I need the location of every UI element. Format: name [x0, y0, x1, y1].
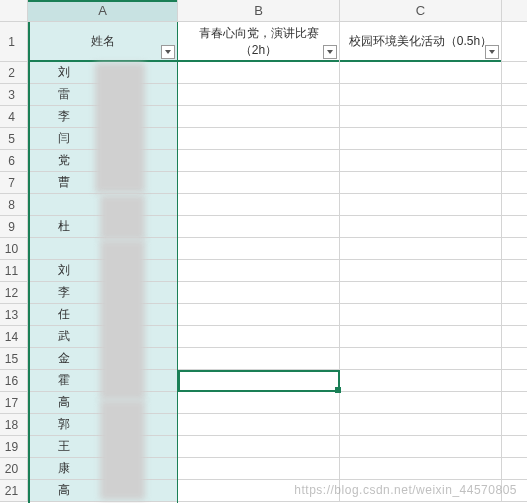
filter-dropdown-icon[interactable] — [161, 45, 175, 59]
row-header-9[interactable]: 9 — [0, 216, 28, 238]
filter-dropdown-icon[interactable] — [485, 45, 499, 59]
row-header-8[interactable]: 8 — [0, 194, 28, 216]
cell-b1[interactable]: 青春心向党，演讲比赛（2h） — [178, 22, 340, 62]
cell-c13[interactable] — [340, 304, 502, 326]
cell-d13[interactable] — [502, 304, 527, 326]
cell-c20[interactable] — [340, 458, 502, 480]
cell-b10[interactable] — [178, 238, 340, 260]
col-header-a[interactable]: A — [28, 0, 178, 22]
cell-b8[interactable] — [178, 194, 340, 216]
cell-d11[interactable] — [502, 260, 527, 282]
cell-d16[interactable] — [502, 370, 527, 392]
cell-b6[interactable] — [178, 150, 340, 172]
cell-c16[interactable] — [340, 370, 502, 392]
cell-b7[interactable] — [178, 172, 340, 194]
cell-b9[interactable] — [178, 216, 340, 238]
cell-c8[interactable] — [340, 194, 502, 216]
row-header-18[interactable]: 18 — [0, 414, 28, 436]
row-number: 1 — [8, 35, 15, 49]
cell-c19[interactable] — [340, 436, 502, 458]
cell-b3[interactable] — [178, 84, 340, 106]
row-header-17[interactable]: 17 — [0, 392, 28, 414]
cell-a1[interactable]: 姓名 — [28, 22, 178, 62]
cell-b13[interactable] — [178, 304, 340, 326]
cell-b4[interactable] — [178, 106, 340, 128]
row-header-15[interactable]: 15 — [0, 348, 28, 370]
cell-d19[interactable] — [502, 436, 527, 458]
cell-c7[interactable] — [340, 172, 502, 194]
cell-d9[interactable] — [502, 216, 527, 238]
row-header-6[interactable]: 6 — [0, 150, 28, 172]
row-header-10[interactable]: 10 — [0, 238, 28, 260]
cell-b21[interactable] — [178, 480, 340, 502]
select-all-corner[interactable] — [0, 0, 28, 22]
row-header-20[interactable]: 20 — [0, 458, 28, 480]
row-header-11[interactable]: 11 — [0, 260, 28, 282]
filter-dropdown-icon[interactable] — [323, 45, 337, 59]
cell-b15[interactable] — [178, 348, 340, 370]
row-header-4[interactable]: 4 — [0, 106, 28, 128]
cell-c11[interactable] — [340, 260, 502, 282]
cell-d7[interactable] — [502, 172, 527, 194]
cell-b16[interactable] — [178, 370, 340, 392]
cell-c9[interactable] — [340, 216, 502, 238]
cell-d3[interactable] — [502, 84, 527, 106]
spreadsheet-grid: A B C 1 姓名 青春心向党，演讲比赛（2h） 校园环境美化活动（0.5h）… — [0, 0, 527, 502]
cell-d8[interactable] — [502, 194, 527, 216]
cell-c18[interactable] — [340, 414, 502, 436]
redaction-blur — [95, 63, 145, 193]
row-header-7[interactable]: 7 — [0, 172, 28, 194]
cell-d10[interactable] — [502, 238, 527, 260]
cell-b14[interactable] — [178, 326, 340, 348]
redaction-blur — [100, 195, 145, 240]
row-header-3[interactable]: 3 — [0, 84, 28, 106]
row-header-21[interactable]: 21 — [0, 480, 28, 502]
column-selection-border — [177, 22, 178, 503]
row-header-13[interactable]: 13 — [0, 304, 28, 326]
cell-c10[interactable] — [340, 238, 502, 260]
cell-c2[interactable] — [340, 62, 502, 84]
header-text: 校园环境美化活动（0.5h） — [349, 33, 492, 50]
row-header-1[interactable]: 1 — [0, 22, 28, 62]
cell-b18[interactable] — [178, 414, 340, 436]
cell-b12[interactable] — [178, 282, 340, 304]
row-header-16[interactable]: 16 — [0, 370, 28, 392]
cell-b11[interactable] — [178, 260, 340, 282]
cell-d12[interactable] — [502, 282, 527, 304]
cell-d15[interactable] — [502, 348, 527, 370]
cell-c1[interactable]: 校园环境美化活动（0.5h） — [340, 22, 502, 62]
row-header-12[interactable]: 12 — [0, 282, 28, 304]
cell-c21[interactable] — [340, 480, 502, 502]
cell-b19[interactable] — [178, 436, 340, 458]
row-header-19[interactable]: 19 — [0, 436, 28, 458]
row-header-14[interactable]: 14 — [0, 326, 28, 348]
cell-d20[interactable] — [502, 458, 527, 480]
row-header-2[interactable]: 2 — [0, 62, 28, 84]
cell-d4[interactable] — [502, 106, 527, 128]
cell-d5[interactable] — [502, 128, 527, 150]
cell-c17[interactable] — [340, 392, 502, 414]
cell-d1[interactable] — [502, 22, 527, 62]
cell-d6[interactable] — [502, 150, 527, 172]
row-header-5[interactable]: 5 — [0, 128, 28, 150]
cell-c3[interactable] — [340, 84, 502, 106]
cell-d17[interactable] — [502, 392, 527, 414]
cell-d21[interactable] — [502, 480, 527, 502]
cell-c15[interactable] — [340, 348, 502, 370]
cell-b2[interactable] — [178, 62, 340, 84]
cell-d14[interactable] — [502, 326, 527, 348]
cell-b20[interactable] — [178, 458, 340, 480]
cell-b5[interactable] — [178, 128, 340, 150]
cell-d2[interactable] — [502, 62, 527, 84]
cell-c5[interactable] — [340, 128, 502, 150]
col-header-label: B — [254, 3, 263, 18]
cell-c4[interactable] — [340, 106, 502, 128]
cell-c14[interactable] — [340, 326, 502, 348]
cell-b17[interactable] — [178, 392, 340, 414]
cell-d18[interactable] — [502, 414, 527, 436]
cell-c6[interactable] — [340, 150, 502, 172]
col-header-d[interactable] — [502, 0, 527, 22]
cell-c12[interactable] — [340, 282, 502, 304]
col-header-b[interactable]: B — [178, 0, 340, 22]
col-header-c[interactable]: C — [340, 0, 502, 22]
